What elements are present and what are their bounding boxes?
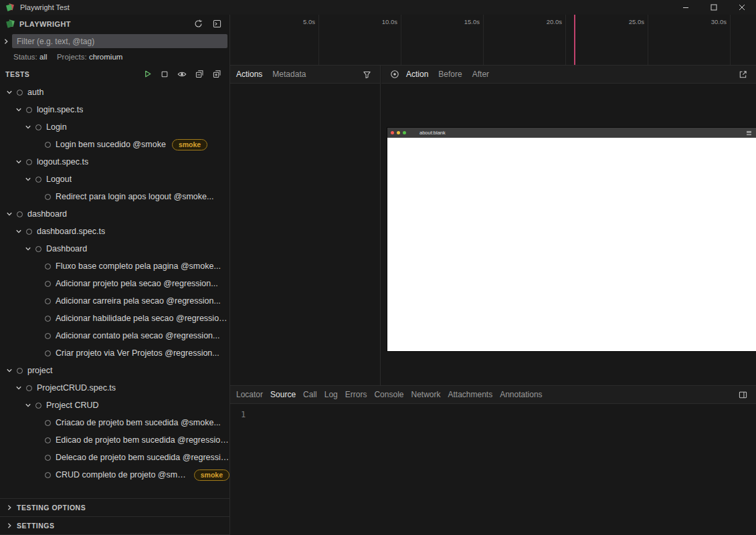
tree-item-label: Login bem sucedido @smoke xyxy=(56,140,166,149)
pick-locator-icon[interactable] xyxy=(387,67,402,82)
playwright-masks-icon xyxy=(5,19,15,29)
source-editor[interactable]: 1 xyxy=(230,404,756,419)
tree-item-label: ProjectCRUD.spec.ts xyxy=(37,383,116,393)
sidebar-header: PLAYWRIGHT xyxy=(0,15,229,33)
tab-source[interactable]: Source xyxy=(270,390,296,399)
tag-badge: smoke xyxy=(172,139,207,150)
tests-header: TESTS xyxy=(0,66,229,82)
tree-item[interactable]: Project CRUD xyxy=(0,397,229,414)
status-value[interactable]: all xyxy=(39,53,48,61)
tab-annotations[interactable]: Annotations xyxy=(500,390,542,399)
tree-item[interactable]: Redirect para login apos logout @smoke..… xyxy=(0,188,229,205)
maximize-button[interactable] xyxy=(700,0,728,15)
test-status-circle-icon xyxy=(35,403,41,409)
tree-item[interactable]: CRUD completo de projeto @smokesmoke xyxy=(0,466,229,484)
test-status-circle-icon xyxy=(45,142,51,148)
run-all-button[interactable] xyxy=(140,67,155,82)
timeline[interactable]: 5.0s10.0s15.0s20.0s25.0s30.0s xyxy=(230,15,756,66)
chevron-down-icon[interactable] xyxy=(13,158,23,165)
tab-after[interactable]: After xyxy=(472,70,489,79)
tab-attachments[interactable]: Attachments xyxy=(448,390,492,399)
test-status-circle-icon xyxy=(45,316,51,322)
tree-item[interactable]: Logout xyxy=(0,171,229,188)
test-status-circle-icon xyxy=(45,333,51,339)
toggle-panel-layout-icon[interactable] xyxy=(735,387,750,402)
tree-item-label: Edicao de projeto bem sucedida @regressi… xyxy=(56,435,229,445)
sidebar-section-testing-options[interactable]: TESTING OPTIONS xyxy=(0,498,229,516)
window-controls xyxy=(672,0,756,15)
tree-item-label: Redirect para login apos logout @smoke..… xyxy=(56,192,213,201)
test-status-circle-icon xyxy=(45,194,51,200)
stop-button[interactable] xyxy=(157,67,172,82)
tree-item[interactable]: project xyxy=(0,362,229,379)
tree-item[interactable]: logout.spec.ts xyxy=(0,153,229,171)
tab-metadata[interactable]: Metadata xyxy=(272,70,306,79)
tree-item[interactable]: auth xyxy=(0,84,229,101)
projects-label: Projects: xyxy=(57,53,87,61)
open-terminal-icon[interactable] xyxy=(209,17,224,31)
timeline-gridline xyxy=(401,15,401,65)
tree-item[interactable]: Criar projeto via Ver Projetos @regressi… xyxy=(0,344,229,362)
chevron-down-icon[interactable] xyxy=(13,228,23,235)
tab-call[interactable]: Call xyxy=(303,390,317,399)
snapshot-pane: ActionBeforeAfter about:blank xyxy=(381,66,756,385)
test-status-circle-icon xyxy=(45,472,51,478)
tree-item[interactable]: Adicionar carreira pela secao @regressio… xyxy=(0,292,229,310)
filter-input[interactable] xyxy=(12,34,227,48)
tree-item[interactable]: Adicionar contato pela secao @regression… xyxy=(0,327,229,344)
tree-item-label: Criacao de projeto bem sucedida @smoke..… xyxy=(56,418,221,427)
tree-item[interactable]: Criacao de projeto bem sucedida @smoke..… xyxy=(0,414,229,431)
chevron-down-icon[interactable] xyxy=(4,89,14,96)
chevron-down-icon[interactable] xyxy=(23,124,33,130)
section-label: SETTINGS xyxy=(17,522,55,530)
tab-actions[interactable]: Actions xyxy=(236,70,262,79)
tree-item[interactable]: Dashboard xyxy=(0,240,229,257)
tree-item[interactable]: Adicionar habilidade pela secao @regress… xyxy=(0,310,229,327)
chevron-down-icon[interactable] xyxy=(23,176,33,183)
tree-item[interactable]: Login bem sucedido @smokesmoke xyxy=(0,136,229,153)
filter-actions-icon[interactable] xyxy=(359,67,374,82)
tree-item[interactable]: Login xyxy=(0,118,229,136)
chevron-down-icon[interactable] xyxy=(23,245,33,252)
tab-before[interactable]: Before xyxy=(438,70,462,79)
watch-all-icon[interactable] xyxy=(175,67,189,82)
tab-network[interactable]: Network xyxy=(411,390,440,399)
tree-item[interactable]: dashboard xyxy=(0,205,229,223)
test-status-circle-icon xyxy=(26,107,32,113)
browser-menu-icon xyxy=(747,131,751,135)
chevron-right-icon xyxy=(6,504,13,511)
tab-locator[interactable]: Locator xyxy=(236,390,263,399)
chevron-down-icon[interactable] xyxy=(13,106,23,113)
tree-item-label: auth xyxy=(27,88,43,97)
chevron-down-icon[interactable] xyxy=(23,402,33,409)
tab-action[interactable]: Action xyxy=(406,70,428,79)
tree-item-label: Adicionar contato pela secao @regression… xyxy=(56,331,219,340)
chevron-down-icon[interactable] xyxy=(13,385,23,391)
chevron-right-icon[interactable] xyxy=(0,38,12,45)
line-number: 1 xyxy=(241,410,246,419)
status-label: Status: xyxy=(13,53,37,61)
chevron-down-icon[interactable] xyxy=(4,367,14,374)
tab-errors[interactable]: Errors xyxy=(345,390,367,399)
tab-log[interactable]: Log xyxy=(324,390,338,399)
collapse-all-icon[interactable] xyxy=(192,67,207,82)
tree-item[interactable]: Fluxo base completo pela pagina @smoke..… xyxy=(0,257,229,275)
tree-item[interactable]: login.spec.ts xyxy=(0,101,229,118)
tree-item[interactable]: dashboard.spec.ts xyxy=(0,223,229,240)
tree-item[interactable]: Delecao de projeto bem sucedida @regress… xyxy=(0,449,229,466)
tree-item-label: Logout xyxy=(46,175,72,184)
sidebar-section-settings[interactable]: SETTINGS xyxy=(0,516,229,534)
reload-icon[interactable] xyxy=(191,17,205,31)
tab-console[interactable]: Console xyxy=(374,390,403,399)
projects-value[interactable]: chromium xyxy=(89,53,122,61)
test-status-circle-icon xyxy=(26,159,32,165)
tree-item[interactable]: Edicao de projeto bem sucedida @regressi… xyxy=(0,431,229,449)
browser-screenshot[interactable]: about:blank xyxy=(387,128,756,351)
close-button[interactable] xyxy=(728,0,756,15)
tree-item[interactable]: Adicionar projeto pela secao @regression… xyxy=(0,275,229,292)
expand-all-icon[interactable] xyxy=(209,67,224,82)
tree-item[interactable]: ProjectCRUD.spec.ts xyxy=(0,379,229,397)
minimize-button[interactable] xyxy=(672,0,700,15)
chevron-down-icon[interactable] xyxy=(4,211,14,217)
open-snapshot-external-icon[interactable] xyxy=(735,67,750,82)
